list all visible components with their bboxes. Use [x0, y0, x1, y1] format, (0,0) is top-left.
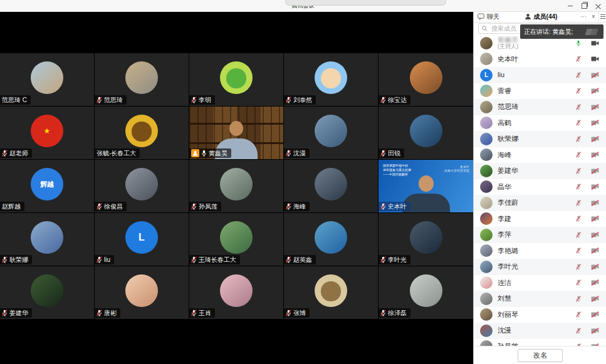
camera-off-icon[interactable]: [591, 216, 599, 222]
video-tile[interactable]: 范思琦: [95, 53, 189, 106]
close-window-button[interactable]: [591, 1, 605, 11]
camera-off-icon[interactable]: [591, 247, 599, 254]
video-tile[interactable]: 孙凤莲: [189, 160, 283, 212]
member-row[interactable]: 刘慧: [474, 291, 606, 307]
panel-more-button[interactable]: ···: [578, 11, 588, 22]
mic-muted-icon[interactable]: [576, 296, 581, 302]
video-tile[interactable]: 王肖: [189, 266, 283, 319]
video-tile[interactable]: 王琦长春工大: [189, 213, 283, 266]
mic-muted-icon[interactable]: [576, 104, 581, 110]
video-tile[interactable]: 徐俊昌: [95, 160, 189, 212]
camera-off-icon[interactable]: [591, 120, 599, 126]
camera-off-icon[interactable]: [591, 136, 599, 142]
panel-close-button[interactable]: ×: [588, 11, 598, 22]
mic-muted-icon: [191, 256, 197, 263]
video-tile[interactable]: Lliu: [95, 213, 189, 266]
mic-muted-icon[interactable]: [576, 136, 581, 142]
member-row[interactable]: 李建: [474, 211, 606, 227]
video-tile[interactable]: 国家课题申报中的评审视角与重点把握——中国实践解析史本叶吉林大学经济学院史本叶: [379, 160, 473, 212]
camera-off-icon[interactable]: [591, 232, 599, 238]
member-row[interactable]: 耿荣娜: [474, 131, 606, 147]
avatar: [410, 115, 442, 147]
camera-off-icon[interactable]: [591, 104, 599, 110]
camera-off-icon[interactable]: [591, 200, 599, 206]
mic-on-icon[interactable]: [576, 40, 581, 46]
mic-muted-icon[interactable]: [576, 216, 581, 222]
mic-muted-icon[interactable]: [576, 264, 581, 270]
video-tile[interactable]: 徐泽磊: [379, 266, 473, 319]
video-tile[interactable]: 耿荣娜: [0, 213, 94, 266]
video-tile[interactable]: 赵英鑫: [284, 213, 378, 266]
minimize-button[interactable]: [563, 1, 577, 11]
video-tile[interactable]: 李叶光: [379, 213, 473, 266]
camera-off-icon[interactable]: [591, 296, 599, 302]
tab-chat[interactable]: 聊天: [474, 11, 503, 22]
video-tile[interactable]: ★赵老师: [0, 107, 94, 159]
mic-muted-icon[interactable]: [576, 72, 581, 78]
member-row[interactable]: 海峰: [474, 147, 606, 164]
video-tile[interactable]: 辉越赵辉越: [0, 160, 94, 212]
camera-off-icon[interactable]: [591, 184, 599, 190]
member-row[interactable]: 李佳蔚: [474, 195, 606, 211]
mic-muted-icon[interactable]: [576, 247, 581, 254]
video-tile[interactable]: 刘泰然: [284, 53, 378, 106]
member-row[interactable]: Lliu: [474, 67, 606, 83]
camera-off-icon[interactable]: [591, 72, 599, 78]
member-row[interactable]: 李萍: [474, 227, 606, 243]
member-row[interactable]: 孙凤莲: [474, 339, 606, 346]
mic-muted-icon[interactable]: [576, 279, 581, 286]
member-row[interactable]: 李艳璐: [474, 243, 606, 259]
member-name: 海峰: [498, 152, 511, 159]
video-tile[interactable]: 海峰: [284, 160, 378, 212]
tab-members[interactable]: 成员(44): [521, 11, 562, 22]
member-row[interactable]: 沈漫: [474, 323, 606, 339]
video-tile[interactable]: 范思琦 C: [0, 53, 94, 106]
mic-muted-icon[interactable]: [576, 168, 581, 174]
mic-muted-icon[interactable]: [576, 328, 581, 334]
camera-on-icon[interactable]: [591, 40, 599, 46]
member-row[interactable]: 范思琦: [474, 99, 606, 115]
member-row[interactable]: 史本叶: [474, 51, 606, 68]
mic-muted-icon[interactable]: [576, 311, 581, 318]
member-row[interactable]: 晶华: [474, 179, 606, 195]
collapsed-toolbar-handle[interactable]: [285, 0, 446, 6]
camera-off-icon[interactable]: [591, 279, 599, 286]
member-row[interactable]: 雷睿: [474, 83, 606, 100]
video-tile[interactable]: 沈漫: [284, 107, 378, 159]
camera-off-icon[interactable]: [591, 88, 599, 94]
camera-off-icon[interactable]: [591, 152, 599, 158]
video-tile[interactable]: 黄鑫昊: [189, 107, 283, 159]
mic-muted-icon[interactable]: [576, 184, 581, 190]
member-row[interactable]: 高鹤: [474, 115, 606, 132]
avatar: [480, 85, 493, 97]
member-row[interactable]: 刘丽琴: [474, 307, 606, 323]
participant-name-label: 姜建华: [0, 308, 32, 318]
member-row[interactable]: 连洁: [474, 275, 606, 291]
video-tile[interactable]: 唐彬: [95, 266, 189, 319]
member-row[interactable]: 姜建华: [474, 163, 606, 179]
restore-button[interactable]: [577, 1, 591, 11]
camera-off-icon[interactable]: [591, 328, 599, 334]
camera-off-icon[interactable]: [591, 264, 599, 270]
video-tile[interactable]: 田锐: [379, 107, 473, 159]
panel-menu-button[interactable]: [598, 11, 606, 22]
camera-on-icon[interactable]: [591, 56, 599, 62]
video-tile[interactable]: 姜建华: [0, 266, 94, 319]
avatar: [410, 221, 442, 254]
mic-muted-icon[interactable]: [576, 232, 581, 238]
rename-button[interactable]: 改名: [518, 349, 563, 362]
video-tile[interactable]: 李明: [189, 53, 283, 106]
video-tile[interactable]: 张博: [284, 266, 378, 319]
mic-muted-icon[interactable]: [576, 200, 581, 206]
member-row[interactable]: 李叶光: [474, 259, 606, 275]
mic-muted-icon[interactable]: [576, 120, 581, 126]
mic-muted-icon[interactable]: [576, 152, 581, 158]
avatar: [31, 274, 63, 307]
mic-muted-icon[interactable]: [576, 88, 581, 94]
mic-muted-icon[interactable]: [576, 56, 581, 62]
participant-name: 徐俊昌: [104, 202, 123, 211]
video-tile[interactable]: 徐宝达: [379, 53, 473, 106]
camera-off-icon[interactable]: [591, 168, 599, 174]
video-tile[interactable]: 张毓-长春工大: [95, 107, 189, 159]
camera-off-icon[interactable]: [591, 311, 599, 318]
